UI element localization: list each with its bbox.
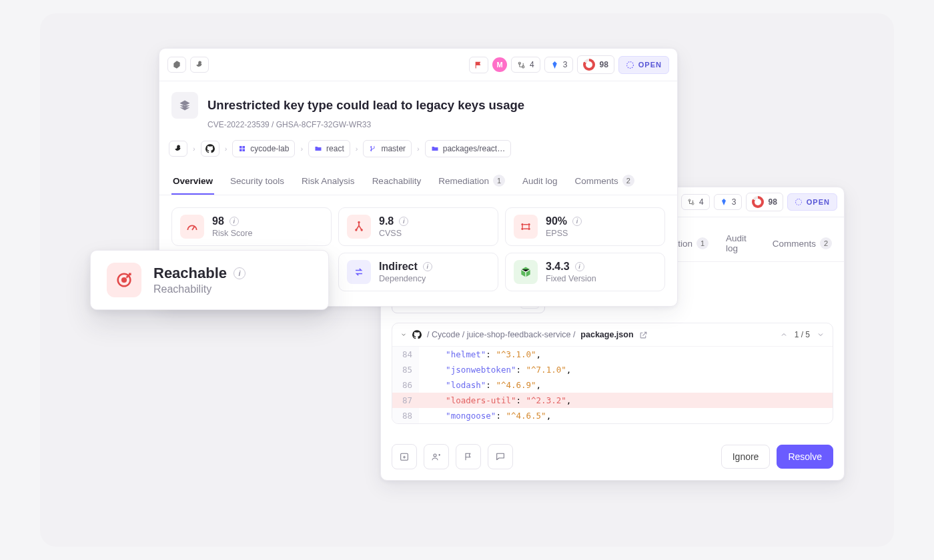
- assign-button[interactable]: [424, 444, 449, 469]
- diamond-count: 3: [732, 197, 737, 207]
- svg-point-6: [355, 229, 357, 231]
- pull-request-icon: [517, 61, 526, 69]
- svg-point-10: [528, 223, 530, 225]
- code-line: 88 "mongoose": "^4.6.5",: [392, 408, 833, 423]
- resolve-button[interactable]: Resolve: [777, 445, 833, 469]
- tab-reachability[interactable]: Reachability: [371, 168, 423, 195]
- info-icon[interactable]: i: [399, 217, 408, 226]
- crumb-path[interactable]: packages/react…: [425, 140, 511, 157]
- flag-chip[interactable]: [469, 57, 488, 73]
- flag-icon: [474, 61, 483, 69]
- layers-icon: [178, 99, 191, 112]
- crumb-github[interactable]: [201, 141, 219, 157]
- folder-icon: [314, 145, 322, 153]
- chat-icon: [495, 451, 506, 462]
- info-icon[interactable]: i: [575, 262, 584, 271]
- code-line: 87 "loaders-util": "^2.3.2",: [392, 393, 833, 408]
- swap-icon: [347, 260, 371, 284]
- pull-count-chip[interactable]: 4: [511, 57, 540, 73]
- code-line: 86 "lodash": "^4.6.9",: [392, 377, 833, 393]
- duck-icon: [173, 144, 183, 153]
- flag-button[interactable]: [456, 444, 481, 469]
- github-icon: [412, 330, 422, 339]
- chevron-up-icon[interactable]: [780, 331, 788, 339]
- title-icon: [171, 92, 198, 119]
- tab-overview[interactable]: Overview: [171, 168, 214, 195]
- svg-point-13: [121, 277, 127, 283]
- diamond-icon: [550, 61, 559, 69]
- duck-icon: [195, 60, 204, 69]
- users-icon: [431, 451, 442, 462]
- diamond-count-chip[interactable]: 3: [714, 194, 743, 210]
- file-name: package.json: [580, 330, 633, 339]
- tab-audit-log[interactable]: Audit log: [725, 227, 757, 261]
- add-button[interactable]: [392, 444, 417, 469]
- score-value: 98: [599, 60, 608, 69]
- flag-outline-icon: [463, 451, 474, 462]
- file-card: / Cycode / juice-shop-feedback-service /…: [392, 323, 833, 424]
- tab-remediation[interactable]: Remediation1: [437, 168, 506, 195]
- score-value: 98: [768, 197, 777, 207]
- code-viewer: 84 "helmet": "^3.1.0",85 "jsonwebtoken":…: [392, 347, 833, 423]
- duck-chip[interactable]: [190, 57, 209, 73]
- kpi-risk-score: 98iRisk Score: [171, 207, 332, 246]
- status-open[interactable]: OPEN: [787, 193, 837, 211]
- pull-count: 4: [530, 60, 534, 69]
- score-chip[interactable]: 98: [577, 55, 614, 74]
- code-line: 84 "helmet": "^3.1.0",: [392, 347, 833, 362]
- external-link-icon[interactable]: [639, 331, 648, 339]
- page-subtitle: CVE-2022-23539 / GHSA-8CF7-32GW-WR33: [159, 119, 677, 137]
- pull-count-chip[interactable]: 4: [681, 194, 710, 210]
- tab-risk-analysis[interactable]: Risk Analysis: [300, 168, 356, 195]
- ignore-button[interactable]: Ignore: [721, 445, 771, 469]
- scm-chip[interactable]: [167, 57, 186, 73]
- info-icon[interactable]: i: [234, 267, 246, 279]
- graph-icon: [514, 215, 538, 239]
- status-dots-icon: [795, 198, 803, 206]
- kpi-cvss: 9.8iCVSS: [338, 207, 498, 246]
- grid-icon: [238, 145, 246, 153]
- callout-label: Reachability: [153, 283, 246, 295]
- info-icon[interactable]: i: [423, 262, 432, 271]
- merge-chip[interactable]: M: [492, 57, 507, 72]
- status-open[interactable]: OPEN: [618, 56, 669, 74]
- remediation-count: 1: [493, 175, 505, 187]
- info-icon[interactable]: i: [572, 217, 582, 226]
- kpi-epss: 90%iEPSS: [505, 207, 665, 246]
- svg-point-9: [521, 228, 523, 230]
- chevron-down-icon[interactable]: [400, 331, 407, 338]
- code-line: 85 "jsonwebtoken": "^7.1.0",: [392, 362, 833, 377]
- diamond-count: 3: [563, 60, 568, 69]
- branch-icon: [369, 145, 377, 153]
- svg-point-4: [626, 61, 633, 68]
- branch-icon: [347, 215, 371, 239]
- crumb-branch[interactable]: master: [363, 140, 412, 157]
- crumb-org[interactable]: cycode-lab: [232, 140, 295, 157]
- tab-audit-log[interactable]: Audit log: [521, 168, 559, 195]
- svg-point-3: [434, 454, 436, 457]
- github-icon: [205, 144, 215, 153]
- reachability-callout: Reachablei Reachability: [90, 250, 329, 310]
- chevron-down-icon[interactable]: [817, 331, 825, 339]
- crumb-duck[interactable]: [169, 141, 187, 157]
- comments-count: 2: [820, 237, 832, 249]
- crumb-repo[interactable]: react: [308, 140, 350, 157]
- tab-comments[interactable]: Comments2: [574, 168, 636, 195]
- tab-comments[interactable]: Comments2: [771, 227, 833, 261]
- pull-count: 4: [699, 197, 704, 207]
- gauge-icon: [180, 215, 204, 239]
- tab-security-tools[interactable]: Security tools: [229, 168, 286, 195]
- kpi-dependency: IndirectiDependency: [338, 253, 498, 291]
- breadcrumb: › › cycode-lab › react › master › packag…: [159, 137, 677, 168]
- comments-count: 2: [622, 175, 634, 187]
- svg-point-5: [358, 221, 360, 223]
- diamond-count-chip[interactable]: 3: [544, 57, 574, 73]
- callout-title: Reachablei: [153, 265, 246, 282]
- score-chip[interactable]: 98: [746, 193, 783, 211]
- page-title: Unrestricted key type could lead to lega…: [207, 98, 524, 113]
- info-icon[interactable]: i: [229, 217, 239, 226]
- target-icon: [107, 263, 141, 297]
- hexagon-icon: [172, 60, 181, 69]
- gauge-icon: [752, 196, 764, 208]
- comment-button[interactable]: [488, 444, 513, 469]
